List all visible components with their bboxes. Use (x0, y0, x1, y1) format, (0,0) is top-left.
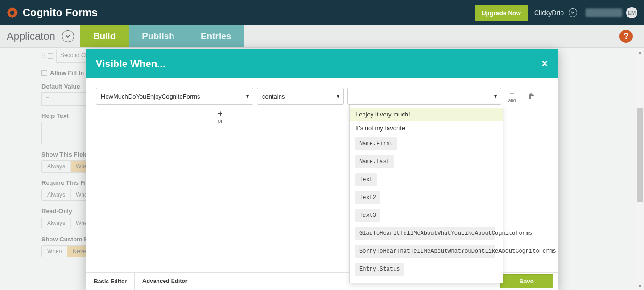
scroll-up-arrow-icon[interactable]: ▴ (636, 48, 644, 56)
advanced-editor-tab[interactable]: Advanced Editor (134, 272, 195, 290)
tab-build[interactable]: Build (80, 25, 129, 47)
tab-publish[interactable]: Publish (129, 25, 188, 47)
user-menu[interactable]: EM (586, 7, 637, 18)
form-toolbar: Applicaton Build Publish Entries ? (0, 25, 644, 48)
scrollbar-thumb[interactable] (637, 108, 643, 202)
svg-rect-2 (12, 8, 13, 9)
add-and-condition[interactable]: + and (505, 88, 519, 105)
app-topbar: Cognito Forms Upgrade Now ClickyDrip EM (0, 0, 644, 25)
plus-icon: + (96, 109, 345, 118)
and-label: and (508, 98, 516, 103)
page-scrollbar[interactable]: ▴ ▾ (636, 48, 644, 290)
avatar: EM (626, 7, 637, 18)
svg-rect-3 (12, 17, 13, 18)
svg-point-1 (10, 11, 14, 15)
form-title[interactable]: Applicaton (7, 25, 55, 47)
field-reference-chip[interactable]: Text2 (355, 191, 380, 204)
add-or-group[interactable]: + or (96, 109, 345, 124)
field-reference-chip[interactable]: SorryToHearThatTellMeAboutWhatYouDontLik… (355, 245, 495, 258)
trash-icon: 🗑 (528, 92, 535, 100)
svg-rect-5 (16, 12, 18, 13)
visible-when-modal: Visible When... ✕ HowMuchDoYouEnjoyCogni… (86, 49, 558, 290)
plus-icon: + (510, 90, 514, 98)
text-cursor (353, 92, 353, 100)
field-reference-chip[interactable]: Entry.Status (355, 263, 404, 276)
org-name: ClickyDrip (534, 9, 564, 17)
operator-select[interactable]: contains ▾ (257, 88, 344, 105)
org-switcher[interactable]: ClickyDrip (534, 8, 577, 17)
field-select-value: HowMuchDoYouEnjoyCognitoForms (101, 93, 200, 100)
brand-name: Cognito Forms (23, 7, 98, 19)
user-name-redacted (586, 8, 622, 17)
chevron-down-icon (569, 8, 577, 17)
field-reference-chip[interactable]: Text3 (355, 209, 380, 222)
field-select[interactable]: HowMuchDoYouEnjoyCognitoForms ▾ (96, 88, 253, 105)
tab-entries[interactable]: Entries (188, 25, 244, 47)
modal-header: Visible When... ✕ (86, 49, 558, 78)
field-reference-chip[interactable]: Name.First (355, 137, 397, 150)
help-icon[interactable]: ? (619, 30, 633, 43)
operator-select-value: contains (262, 93, 285, 100)
upgrade-now-button[interactable]: Upgrade Now (475, 5, 528, 21)
field-reference-chip[interactable]: GladToHearItTellMeAboutWhatYouLikeAboutC… (355, 227, 495, 240)
or-label: or (218, 118, 223, 124)
save-button[interactable]: Save (500, 274, 553, 288)
field-reference-chip[interactable]: Name.Last (355, 155, 394, 168)
dropdown-option[interactable]: I enjoy it very much! (350, 108, 503, 121)
chevron-down-icon: ▾ (246, 93, 249, 99)
chevron-down-icon: ▾ (494, 93, 497, 99)
brand-gear-icon (7, 7, 18, 18)
close-icon[interactable]: ✕ (541, 58, 548, 69)
chevron-down-icon: ▾ (337, 93, 339, 99)
value-select[interactable]: ▾ (347, 88, 501, 105)
delete-condition-button[interactable]: 🗑 (523, 88, 540, 105)
form-title-chevron-icon[interactable] (62, 30, 74, 42)
value-dropdown: I enjoy it very much! It's not my favori… (349, 105, 503, 283)
dropdown-option[interactable]: It's not my favorite (350, 121, 503, 135)
basic-editor-tab[interactable]: Basic Editor (86, 273, 134, 290)
modal-title: Visible When... (96, 58, 165, 69)
brand-logo[interactable]: Cognito Forms (7, 7, 98, 19)
scroll-down-arrow-icon[interactable]: ▾ (636, 282, 644, 290)
svg-rect-4 (7, 12, 9, 13)
condition-row: HowMuchDoYouEnjoyCognitoForms ▾ contains… (96, 88, 548, 105)
field-reference-chip[interactable]: Text (355, 173, 377, 186)
